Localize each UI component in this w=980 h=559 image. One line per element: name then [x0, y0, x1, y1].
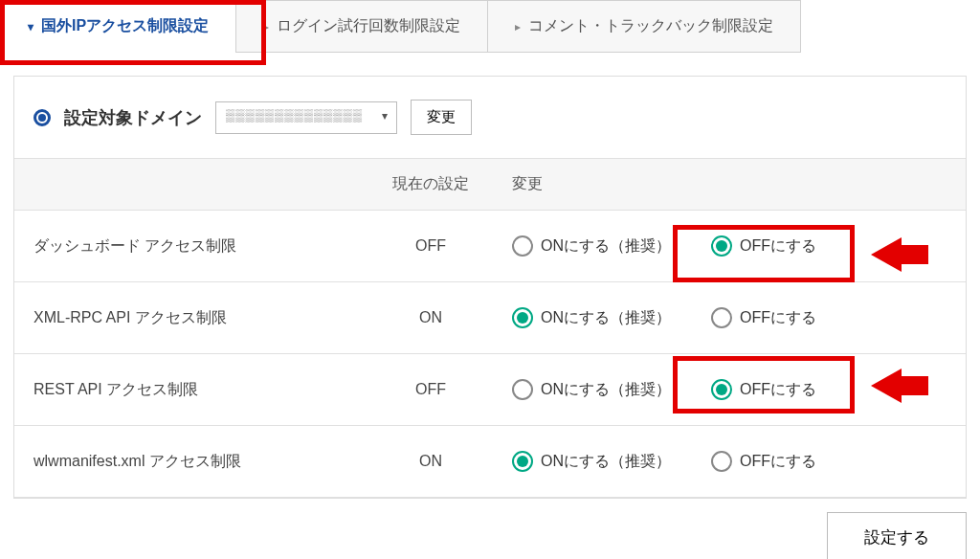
option-off[interactable]: OFFにする — [711, 235, 816, 257]
domain-label: 設定対象ドメイン — [64, 106, 202, 129]
tab-foreign-ip[interactable]: 国外IPアクセス制限設定 — [0, 0, 236, 53]
row-name: XML-RPC API アクセス制限 — [14, 282, 368, 354]
row-current: ON — [368, 282, 493, 354]
tab-login-attempts[interactable]: ログイン試行回数制限設定 — [235, 0, 488, 53]
row-current: OFF — [368, 354, 493, 426]
tab-label: 国外IPアクセス制限設定 — [41, 16, 209, 36]
radio-icon — [711, 451, 732, 472]
option-off[interactable]: OFFにする — [711, 379, 816, 400]
option-on[interactable]: ONにする（推奨） — [512, 379, 671, 400]
col-name — [14, 159, 368, 211]
radio-icon — [512, 235, 533, 257]
option-on[interactable]: ONにする（推奨） — [512, 235, 671, 257]
option-off[interactable]: OFFにする — [711, 451, 816, 472]
option-on[interactable]: ONにする（推奨） — [512, 451, 671, 472]
radio-selected-icon — [33, 109, 51, 126]
settings-table: 現在の設定 変更 ダッシュボード アクセス制限 OFF ONにする（推奨） OF… — [14, 159, 966, 498]
footer: 設定する — [0, 499, 980, 559]
row-change: ONにする（推奨） OFFにする — [493, 282, 966, 354]
tabs-bar: 国外IPアクセス制限設定 ログイン試行回数制限設定 コメント・トラックバック制限… — [0, 0, 980, 53]
chevron-right-icon — [515, 20, 521, 34]
radio-icon — [711, 307, 732, 328]
settings-panel: 設定対象ドメイン ▒▒▒▒▒▒▒▒▒▒▒▒▒▒ 変更 現在の設定 変更 ダッシュ… — [13, 76, 967, 499]
table-row: REST API アクセス制限 OFF ONにする（推奨） OFFにする — [14, 354, 966, 426]
domain-select[interactable]: ▒▒▒▒▒▒▒▒▒▒▒▒▒▒ — [215, 101, 397, 134]
tab-label: ログイン試行回数制限設定 — [277, 16, 460, 36]
annotation-arrow-1 — [871, 237, 902, 272]
radio-icon — [711, 235, 732, 257]
row-name: REST API アクセス制限 — [14, 354, 368, 426]
row-change: ONにする（推奨） OFFにする — [493, 426, 966, 498]
option-on[interactable]: ONにする（推奨） — [512, 307, 671, 328]
domain-row: 設定対象ドメイン ▒▒▒▒▒▒▒▒▒▒▒▒▒▒ 変更 — [14, 77, 966, 159]
col-change: 変更 — [493, 159, 966, 211]
change-domain-button[interactable]: 変更 — [411, 100, 472, 135]
radio-icon — [512, 379, 533, 400]
radio-icon — [512, 451, 533, 472]
radio-icon — [512, 307, 533, 328]
row-current: OFF — [368, 211, 493, 282]
table-row: wlwmanifest.xml アクセス制限 ON ONにする（推奨） OFFに… — [14, 426, 966, 498]
row-current: ON — [368, 426, 493, 498]
annotation-arrow-3 — [871, 369, 902, 403]
chevron-down-icon — [28, 20, 33, 34]
option-off[interactable]: OFFにする — [711, 307, 816, 328]
domain-select-wrap: ▒▒▒▒▒▒▒▒▒▒▒▒▒▒ — [215, 101, 397, 134]
tab-label: コメント・トラックバック制限設定 — [528, 16, 773, 36]
row-name: wlwmanifest.xml アクセス制限 — [14, 426, 368, 498]
table-row: XML-RPC API アクセス制限 ON ONにする（推奨） OFFにする — [14, 282, 966, 354]
chevron-right-icon — [263, 20, 269, 34]
radio-icon — [711, 379, 732, 400]
table-row: ダッシュボード アクセス制限 OFF ONにする（推奨） OFFにする — [14, 211, 966, 282]
col-current: 現在の設定 — [368, 159, 493, 211]
row-name: ダッシュボード アクセス制限 — [14, 211, 368, 282]
tab-comment-trackback[interactable]: コメント・トラックバック制限設定 — [487, 0, 801, 53]
submit-button[interactable]: 設定する — [827, 512, 967, 559]
